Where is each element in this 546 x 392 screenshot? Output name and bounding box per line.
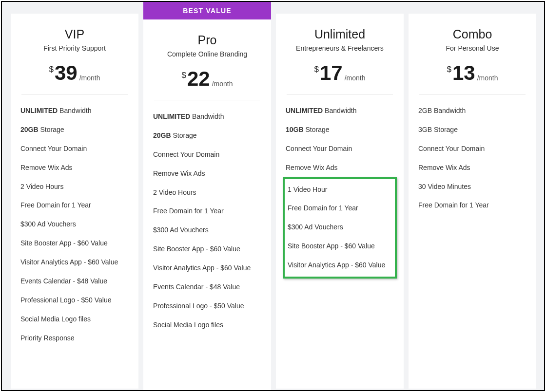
features-list: UNLIMITED Bandwidth20GB StorageConnect Y…: [153, 112, 261, 330]
feature-item: 3GB Storage: [418, 125, 526, 134]
feature-item: UNLIMITED Bandwidth: [20, 106, 129, 115]
price-period: /month: [212, 80, 233, 88]
plan-column: BEST VALUEProComplete Online Branding$22…: [143, 14, 271, 391]
feature-item: Remove Wix Ads: [20, 163, 129, 172]
feature-item: Site Booster App - $60 Value: [288, 242, 392, 251]
plan-title: Pro: [153, 33, 261, 47]
plan-header: ProComplete Online Branding$22/month: [153, 33, 261, 89]
feature-item: 20GB Storage: [153, 131, 261, 140]
feature-item: $300 Ad Vouchers: [288, 223, 392, 232]
divider: [154, 100, 260, 100]
feature-prefix: 20GB: [20, 126, 39, 133]
plan-header: UnlimitedEntrepreneurs & Freelancers$17/…: [286, 27, 394, 83]
plan-column: ComboFor Personal Use$13/month2GB Bandwi…: [409, 14, 536, 389]
feature-item: Connect Your Domain: [153, 150, 261, 159]
feature-text: Bandwidth: [325, 107, 356, 114]
feature-item: Site Booster App - $60 Value: [153, 244, 261, 254]
feature-item: 10GB Storage: [286, 125, 394, 134]
feature-prefix: 10GB: [286, 126, 304, 133]
plan-subtitle: For Personal Use: [418, 44, 526, 52]
currency-symbol: $: [49, 65, 54, 75]
plan-card[interactable]: VIPFirst Priority Support$39/monthUNLIMI…: [11, 14, 138, 389]
currency-symbol: $: [314, 65, 319, 75]
plan-title: Combo: [418, 27, 526, 41]
currency-symbol: $: [447, 65, 451, 75]
divider: [21, 94, 128, 94]
feature-text: Bandwidth: [192, 112, 224, 120]
feature-item: $300 Ad Vouchers: [20, 220, 129, 229]
plan-title: VIP: [20, 27, 129, 41]
plan-header: ComboFor Personal Use$13/month: [418, 27, 526, 83]
divider: [419, 94, 526, 94]
feature-item: Connect Your Domain: [20, 144, 129, 153]
feature-text: Storage: [40, 126, 64, 133]
plan-price: $17/month: [286, 63, 394, 83]
feature-item: Visitor Analytics App - $60 Value: [20, 258, 129, 267]
feature-item: Professional Logo - $50 Value: [20, 296, 129, 305]
feature-prefix: UNLIMITED: [20, 107, 58, 114]
features-list: UNLIMITED Bandwidth10GB StorageConnect Y…: [286, 106, 394, 276]
plan-title: Unlimited: [286, 27, 394, 41]
feature-item: Free Domain for 1 Year: [153, 206, 261, 216]
plan-subtitle: First Priority Support: [20, 44, 129, 52]
price-amount: 17: [320, 63, 343, 83]
plan-subtitle: Entrepreneurs & Freelancers: [286, 44, 394, 52]
feature-item: Social Media Logo files: [153, 320, 261, 330]
feature-item: Remove Wix Ads: [418, 163, 526, 172]
feature-text: Storage: [305, 126, 329, 133]
feature-item: Remove Wix Ads: [286, 163, 394, 172]
pricing-page: VIPFirst Priority Support$39/monthUNLIMI…: [1, 1, 545, 391]
feature-item: UNLIMITED Bandwidth: [153, 112, 261, 121]
price-amount: 39: [55, 63, 78, 83]
feature-item: Connect Your Domain: [418, 144, 526, 153]
price-period: /month: [477, 74, 498, 82]
feature-item: 2 Video Hours: [153, 188, 261, 197]
plan-price: $22/month: [153, 69, 261, 89]
feature-item: 20GB Storage: [20, 125, 129, 134]
feature-prefix: UNLIMITED: [286, 107, 323, 114]
feature-item: $300 Ad Vouchers: [153, 225, 261, 235]
plan-card[interactable]: UnlimitedEntrepreneurs & Freelancers$17/…: [276, 14, 404, 389]
plan-price: $39/month: [20, 63, 129, 83]
features-list: 2GB Bandwidth3GB StorageConnect Your Dom…: [418, 106, 526, 210]
currency-symbol: $: [182, 71, 186, 80]
feature-item: 2 Video Hours: [20, 182, 129, 191]
plan-card[interactable]: ProComplete Online Branding$22/monthUNLI…: [143, 19, 271, 391]
feature-item: Free Domain for 1 Year: [418, 201, 526, 210]
plans-container: VIPFirst Priority Support$39/monthUNLIMI…: [2, 2, 544, 390]
price-period: /month: [345, 74, 366, 82]
feature-item: Site Booster App - $60 Value: [20, 239, 129, 248]
feature-item: 30 Video Minutes: [418, 182, 526, 191]
feature-item: Free Domain for 1 Year: [20, 201, 129, 210]
feature-item: Visitor Analytics App - $60 Value: [288, 261, 392, 270]
feature-text: Bandwidth: [59, 107, 91, 114]
plan-header: VIPFirst Priority Support$39/month: [20, 27, 129, 83]
feature-prefix: 20GB: [153, 131, 171, 139]
feature-item: Connect Your Domain: [286, 144, 394, 153]
feature-item: UNLIMITED Bandwidth: [286, 106, 394, 115]
feature-item: Social Media Logo files: [20, 315, 129, 324]
feature-text: Storage: [173, 131, 196, 139]
best-value-badge: BEST VALUE: [143, 2, 271, 19]
price-amount: 13: [452, 63, 475, 83]
feature-item: Free Domain for 1 Year: [288, 204, 392, 213]
plan-column: VIPFirst Priority Support$39/monthUNLIMI…: [11, 14, 138, 389]
feature-item: 2GB Bandwidth: [418, 106, 526, 115]
feature-item: Professional Logo - $50 Value: [153, 301, 261, 311]
feature-item: Events Calendar - $48 Value: [153, 282, 261, 292]
plan-column: UnlimitedEntrepreneurs & Freelancers$17/…: [276, 14, 404, 389]
features-list: UNLIMITED Bandwidth20GB StorageConnect Y…: [20, 106, 129, 343]
plan-price: $13/month: [418, 63, 526, 83]
price-period: /month: [79, 74, 100, 82]
feature-item: Remove Wix Ads: [153, 169, 261, 178]
feature-item: Priority Response: [20, 334, 129, 343]
feature-item: Events Calendar - $48 Value: [20, 277, 129, 286]
plan-subtitle: Complete Online Branding: [153, 50, 261, 58]
divider: [287, 94, 393, 94]
highlight-box: 1 Video HourFree Domain for 1 Year$300 A…: [283, 177, 397, 279]
feature-item: Visitor Analytics App - $60 Value: [153, 263, 261, 273]
price-amount: 22: [187, 69, 210, 89]
plan-card[interactable]: ComboFor Personal Use$13/month2GB Bandwi…: [409, 14, 536, 389]
feature-item: 1 Video Hour: [288, 185, 392, 194]
feature-prefix: UNLIMITED: [153, 112, 190, 120]
